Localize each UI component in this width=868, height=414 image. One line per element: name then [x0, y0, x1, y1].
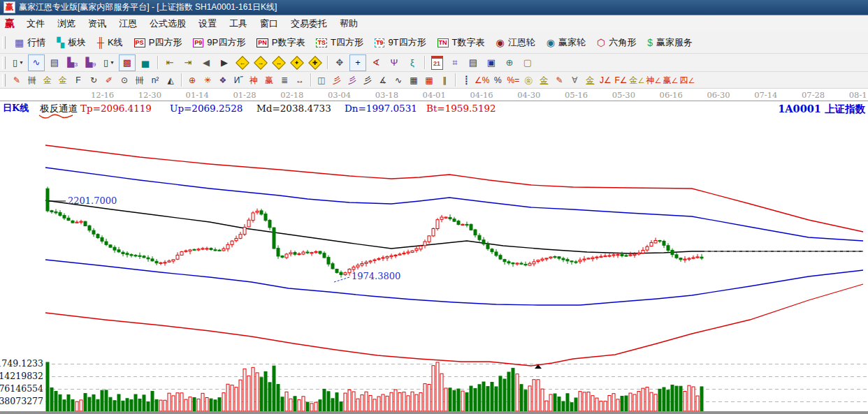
f-angle-button[interactable]: F∠ [613, 73, 628, 87]
9p-square-button[interactable]: P99P四方形 [187, 34, 251, 52]
trend-scribble-button[interactable]: ∿ [28, 54, 45, 71]
p-table-button[interactable]: PNP数字表 [251, 34, 310, 52]
zoom-right-button[interactable]: → [252, 54, 269, 71]
zoom-all-button[interactable]: ✚ [307, 54, 324, 71]
wave-tool-button[interactable]: ξ [404, 54, 421, 71]
gold-grid-1-button[interactable]: 金 [40, 73, 55, 87]
shen-grid-button[interactable]: 神 [246, 73, 261, 87]
kline-period-button[interactable]: ▯▼ [10, 54, 27, 71]
angle-measure-button[interactable]: ∢ [368, 54, 384, 71]
menu-item-trade[interactable]: 交易委托 [284, 16, 333, 31]
t-square-button[interactable]: TST四方形 [310, 34, 368, 52]
gann-tool-button[interactable]: Ψ [386, 54, 403, 71]
save-button[interactable]: ▣ [483, 54, 500, 71]
calendar-button[interactable]: 21 [428, 54, 445, 71]
shen-angle-button[interactable]: 神∠ [645, 73, 662, 87]
zigzag-button[interactable]: ∿ [391, 73, 406, 87]
spiral-button[interactable]: ↻ [86, 73, 101, 87]
h-measure-button[interactable]: ↔ [292, 73, 308, 87]
minichart-3-button[interactable]: ▙₃ [64, 54, 81, 71]
gann-fan-box-button[interactable]: 彡 [345, 73, 360, 87]
menu-item-settings[interactable]: 设置 [192, 16, 223, 31]
drag-hand-button[interactable]: ✥ [331, 54, 348, 71]
crosshair-button[interactable]: + [349, 54, 366, 71]
quotes-button[interactable]: ▦行情 [9, 34, 51, 52]
kline-button[interactable]: ╫K线 [92, 34, 129, 52]
draw-pen-button[interactable]: ✎ [9, 73, 24, 87]
fibo-grid-button[interactable]: F [71, 73, 86, 87]
j-angle-button[interactable]: J∠ [598, 73, 613, 87]
pen-chart-button[interactable]: ✐ [101, 73, 117, 87]
window-bottom-edge [0, 411, 868, 414]
hexagon-button[interactable]: ⬡六角形 [591, 34, 642, 52]
menu-item-gann[interactable]: 江恩 [113, 16, 143, 31]
angle-ruler-button[interactable]: ◭ [163, 73, 178, 87]
menu-item-tools[interactable]: 工具 [223, 16, 254, 31]
zoom-right-icon: → [254, 56, 268, 70]
calculator-button[interactable]: ⌗ [447, 54, 463, 71]
gann-fan-red-button[interactable]: 彡 [329, 73, 345, 87]
gann-fence-button[interactable]: 卌 [24, 73, 40, 87]
menu-item-file[interactable]: 文件 [20, 16, 51, 31]
chart-canvas[interactable]: 12-1612-3001-1401-2802-1803-0403-1804-01… [0, 89, 868, 414]
web-grid-button[interactable]: ❖ [215, 73, 231, 87]
parallel-lines-button[interactable]: ∥ [437, 73, 452, 87]
pattern-red-button[interactable]: ▩ [119, 54, 136, 71]
menu-item-browse[interactable]: 浏览 [51, 16, 82, 31]
percent-button[interactable]: % [490, 73, 505, 87]
win-angle-button[interactable]: 赢∠ [662, 73, 679, 87]
workstation-button[interactable]: ▢ [519, 54, 536, 71]
f10-info-button[interactable]: ▤ [46, 54, 63, 71]
gold-grid-2-button[interactable]: 金 [55, 73, 71, 87]
notes-button[interactable]: ▤ [465, 54, 482, 71]
menu-item-window[interactable]: 窗口 [254, 16, 284, 31]
four-angle-button[interactable]: 四∠ [679, 73, 695, 87]
net-refresh-button[interactable]: ⊕ [501, 54, 518, 71]
page-prev-button[interactable]: ◀ [198, 54, 215, 71]
sectors-button[interactable]: ▚板块 [51, 34, 92, 52]
cycle-circle-button[interactable]: ⊙ [117, 73, 132, 87]
zoom-out-button[interactable]: ✦ [289, 54, 305, 71]
gold-angle-button[interactable]: 金∠ [628, 73, 645, 87]
minichart-9-button[interactable]: ▙₉ [82, 54, 99, 71]
ruler-123-button[interactable]: ≣ [277, 73, 292, 87]
angle-lines-button[interactable]: ∡ [375, 73, 391, 87]
grid-small-button[interactable]: ▦ [406, 73, 421, 87]
n-square-button[interactable]: n² [147, 73, 163, 87]
gann-fence-icon: 卌 [28, 76, 36, 84]
cup-tool-button[interactable]: ∀ [567, 73, 582, 87]
page-next-button[interactable]: ▶ [216, 54, 233, 71]
p-square-button[interactable]: PSP四方形 [129, 34, 188, 52]
angle-percent-button[interactable]: ∠% [474, 73, 490, 87]
menu-item-formula-stock[interactable]: 公式选股 [143, 16, 192, 31]
zoom-horizontal-button[interactable]: ↔ [270, 54, 287, 71]
win-grid-button[interactable]: 赢 [261, 73, 277, 87]
percent-line-button[interactable]: %= [505, 73, 521, 87]
menu-item-help[interactable]: 帮助 [333, 16, 364, 31]
first-page-button[interactable]: ⇤ [161, 54, 178, 71]
gold-circle-button[interactable]: ㊎ [521, 73, 536, 87]
k-marks-button[interactable]: И˝ [231, 73, 246, 87]
grid-red-button[interactable]: ▦ [421, 73, 437, 87]
menu-item-news[interactable]: 资讯 [82, 16, 113, 31]
zoom-left-button[interactable]: ← [234, 54, 251, 71]
pen-mark-button[interactable]: ✎ [551, 73, 567, 87]
stat-bars-button[interactable]: ┋ [458, 73, 474, 87]
t-table-button[interactable]: TNT数字表 [432, 34, 491, 52]
star-grid-button[interactable]: ✳ [200, 73, 215, 87]
fence-2-button[interactable]: 卌 [132, 73, 147, 87]
9t-square-button[interactable]: T99T四方形 [369, 34, 432, 52]
box-select-button[interactable]: ◫ [314, 73, 329, 87]
target-cross-icon: ⊕ [189, 76, 196, 84]
winner-service-button[interactable]: $赢家服务 [642, 34, 698, 52]
gann-wheel-button[interactable]: ◉江恩轮 [491, 34, 541, 52]
volume-profile-button[interactable]: ▅ [137, 54, 154, 71]
gold-under-button[interactable]: 金 [582, 73, 598, 87]
target-cross-button[interactable]: ⊕ [185, 73, 200, 87]
draw-pen-icon: ✎ [13, 76, 20, 84]
last-page-button[interactable]: ⇥ [180, 54, 196, 71]
candle-style-button[interactable]: ▯▼ [101, 54, 117, 71]
winner-wheel-button[interactable]: ◉赢家轮 [541, 34, 591, 52]
gold-levels-button[interactable]: 金 [536, 73, 551, 87]
gann-fan-dark-button[interactable]: 彡 [360, 73, 375, 87]
